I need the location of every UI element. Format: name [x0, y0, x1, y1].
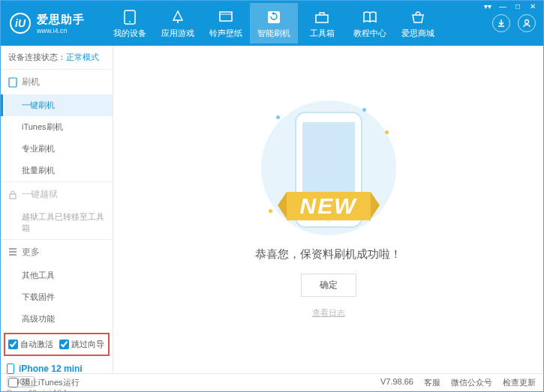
- nav-ringtone[interactable]: 铃声壁纸: [202, 3, 250, 43]
- svg-point-5: [525, 20, 529, 24]
- store-icon: [410, 9, 426, 25]
- svg-point-1: [129, 21, 131, 22]
- refresh-icon: [266, 9, 282, 25]
- block-itunes-checkbox[interactable]: 阻止iTunes运行: [8, 377, 80, 388]
- sidebar-item-batch[interactable]: 批量刷机: [1, 160, 113, 181]
- sidebar-jailbreak-header: 一键越狱: [1, 182, 113, 207]
- success-message: 恭喜您，保资料刷机成功啦！: [255, 247, 401, 262]
- nav-apps[interactable]: 应用游戏: [154, 3, 202, 43]
- nav-my-device[interactable]: 我的设备: [106, 3, 154, 43]
- apps-icon: [170, 9, 186, 25]
- sidebar-item-firmware[interactable]: 下载固件: [1, 286, 113, 308]
- nav-toolbox[interactable]: 工具箱: [298, 3, 346, 43]
- svg-rect-6: [9, 78, 17, 87]
- nav-flash[interactable]: 智能刷机: [250, 3, 298, 43]
- sidebar-item-advanced[interactable]: 高级功能: [1, 308, 113, 330]
- svg-rect-4: [316, 15, 328, 22]
- svg-rect-2: [220, 12, 232, 21]
- main-nav: 我的设备 应用游戏 铃声壁纸 智能刷机 工具箱 教程中心 爱思商城: [106, 3, 492, 43]
- wechat-link[interactable]: 微信公众号: [451, 377, 492, 388]
- close-btn[interactable]: ✕: [526, 2, 539, 13]
- device-name: iPhone 12 mini: [19, 364, 83, 374]
- phone-small-icon: [8, 77, 17, 88]
- support-link[interactable]: 客服: [424, 377, 440, 388]
- version-label: V7.98.66: [380, 377, 413, 388]
- list-icon: [8, 247, 17, 256]
- update-link[interactable]: 检查更新: [503, 377, 536, 388]
- device-icon: [7, 364, 14, 374]
- sidebar-flash-header[interactable]: 刷机: [1, 70, 113, 94]
- view-log-link[interactable]: 查看日志: [312, 307, 345, 319]
- sidebar: 设备连接状态：正常模式 刷机 一键刷机 iTunes刷机 专业刷机 批量刷机 一…: [1, 46, 113, 373]
- download-button[interactable]: [492, 14, 510, 32]
- book-icon: [362, 9, 378, 25]
- sidebar-item-pro[interactable]: 专业刷机: [1, 138, 113, 160]
- sidebar-item-other[interactable]: 其他工具: [1, 265, 113, 286]
- logo: iU 爱思助手 www.i4.cn: [1, 13, 106, 34]
- menu-btn[interactable]: ▾▾: [481, 2, 494, 13]
- options-row: 自动激活 跳过向导: [4, 333, 110, 356]
- sidebar-item-oneclick[interactable]: 一键刷机: [1, 94, 113, 116]
- nav-store[interactable]: 爱思商城: [394, 3, 442, 43]
- app-title: 爱思助手: [37, 13, 85, 27]
- app-url: www.i4.cn: [37, 27, 85, 34]
- lock-icon: [8, 190, 17, 199]
- device-model: Down-12mini-13,1: [7, 389, 107, 392]
- wallpaper-icon: [218, 9, 234, 25]
- connection-status: 设备连接状态：正常模式: [1, 46, 113, 69]
- success-illustration: NEW: [254, 100, 404, 235]
- ok-button[interactable]: 确定: [301, 274, 356, 297]
- maximize-btn[interactable]: □: [511, 2, 524, 13]
- minimize-btn[interactable]: —: [496, 2, 509, 13]
- main-content: NEW 恭喜您，保资料刷机成功啦！ 确定 查看日志: [113, 46, 543, 373]
- svg-rect-7: [10, 194, 16, 199]
- skip-guide-checkbox[interactable]: 跳过向导: [59, 339, 104, 350]
- user-button[interactable]: [518, 14, 536, 32]
- phone-icon: [122, 9, 138, 25]
- new-banner: NEW: [287, 192, 371, 220]
- jailbreak-note: 越狱工具已转移至工具箱: [1, 207, 113, 239]
- nav-tutorial[interactable]: 教程中心: [346, 3, 394, 43]
- auto-activate-checkbox[interactable]: 自动激活: [8, 339, 53, 350]
- sidebar-item-itunes[interactable]: iTunes刷机: [1, 116, 113, 138]
- logo-icon: iU: [10, 13, 31, 34]
- sidebar-more-header[interactable]: 更多: [1, 240, 113, 265]
- toolbox-icon: [314, 9, 330, 25]
